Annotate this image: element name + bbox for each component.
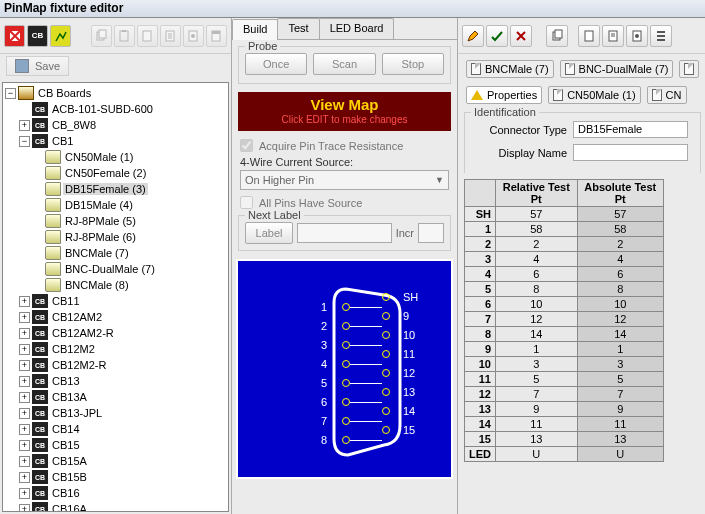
pin-right[interactable]: 9	[382, 312, 390, 320]
table-row[interactable]: 222	[465, 237, 664, 252]
tree-toggle[interactable]: +	[19, 360, 30, 371]
pin-abs-cell[interactable]: U	[577, 447, 663, 462]
pin-abs-cell[interactable]: 11	[577, 417, 663, 432]
tree-toggle[interactable]: +	[19, 488, 30, 499]
tab-bncmale7[interactable]: BNCMale (7)	[466, 60, 554, 78]
tree-connector-label[interactable]: BNCMale (8)	[63, 279, 131, 291]
tree-board-row[interactable]: +CB_8W8	[3, 117, 228, 133]
tab-more1[interactable]	[679, 60, 699, 78]
pin-rel-cell[interactable]: 5	[496, 372, 578, 387]
pin-rel-cell[interactable]: 10	[496, 297, 578, 312]
tree-toggle[interactable]: +	[19, 120, 30, 131]
table-row[interactable]: 151313	[465, 432, 664, 447]
pin-right[interactable]: 10	[382, 331, 390, 339]
pin-th-rel[interactable]: Relative Test Pt	[496, 180, 578, 207]
tree-board-row[interactable]: +CB16A	[3, 501, 228, 512]
doc-c-icon[interactable]	[626, 25, 648, 47]
pin-left[interactable]: 2	[342, 322, 350, 330]
doc-d-icon[interactable]	[650, 25, 672, 47]
tree-board-row[interactable]: +CB15B	[3, 469, 228, 485]
pin-abs-cell[interactable]: 14	[577, 327, 663, 342]
pin-table[interactable]: Relative Test Pt Absolute Test Pt SH5757…	[464, 179, 664, 462]
tree-connector-row[interactable]: BNCMale (7)	[3, 245, 228, 261]
pin-abs-cell[interactable]: 7	[577, 387, 663, 402]
pin-abs-cell[interactable]: 8	[577, 282, 663, 297]
table-row[interactable]: 1399	[465, 402, 664, 417]
tab-properties[interactable]: Properties	[466, 86, 542, 104]
pin-rel-cell[interactable]: 4	[496, 252, 578, 267]
tree-board-label[interactable]: CB1	[50, 135, 75, 147]
pin-left[interactable]: 4	[342, 360, 350, 368]
view-map-button[interactable]: View Map Click EDIT to make changes	[238, 92, 451, 131]
tree-connector-row[interactable]: CN50Female (2)	[3, 165, 228, 181]
board-tree[interactable]: − CB Boards ACB-101-SUBD-600+CB_8W8−CB1C…	[2, 82, 229, 512]
pin-rel-cell[interactable]: 3	[496, 357, 578, 372]
pin-abs-cell[interactable]: 6	[577, 267, 663, 282]
pin-right[interactable]: 15	[382, 426, 390, 434]
pin-left[interactable]: 5	[342, 379, 350, 387]
accept-icon[interactable]	[486, 25, 508, 47]
table-row[interactable]: 911	[465, 342, 664, 357]
table-row[interactable]: 1033	[465, 357, 664, 372]
tree-board-label[interactable]: CB12AM2-R	[50, 327, 116, 339]
tree-board-row[interactable]: +CB12M2	[3, 341, 228, 357]
tree-toggle[interactable]: +	[19, 376, 30, 387]
pin-rel-cell[interactable]: 57	[496, 207, 578, 222]
table-row[interactable]: SH5757	[465, 207, 664, 222]
pin-rel-cell[interactable]: 11	[496, 417, 578, 432]
fourwire-combo[interactable]: On Higher Pin ▼	[240, 170, 449, 190]
tree-board-row[interactable]: +CB13	[3, 373, 228, 389]
tree-connector-row[interactable]: DB15Female (3)	[3, 181, 228, 197]
pin-abs-cell[interactable]: 10	[577, 297, 663, 312]
tree-connector-label[interactable]: BNCMale (7)	[63, 247, 131, 259]
pin-left[interactable]: 6	[342, 398, 350, 406]
tree-board-label[interactable]: CB14	[50, 423, 82, 435]
tab-build[interactable]: Build	[232, 19, 278, 40]
tree-connector-label[interactable]: DB15Female (3)	[63, 183, 148, 195]
tool-cb-icon[interactable]: CB	[27, 25, 48, 47]
tree-board-label[interactable]: CB12M2	[50, 343, 97, 355]
tree-board-label[interactable]: CB15	[50, 439, 82, 451]
tree-board-row[interactable]: −CB1	[3, 133, 228, 149]
tree-connector-label[interactable]: DB15Male (4)	[63, 199, 135, 211]
table-row[interactable]: 466	[465, 267, 664, 282]
tree-toggle[interactable]: +	[19, 456, 30, 467]
pin-left[interactable]: 7	[342, 417, 350, 425]
tree-toggle[interactable]: +	[19, 328, 30, 339]
table-row[interactable]: 81414	[465, 327, 664, 342]
tree-board-label[interactable]: CB16	[50, 487, 82, 499]
tree-board-row[interactable]: +CB15A	[3, 453, 228, 469]
tab-bncdualmale7[interactable]: BNC-DualMale (7)	[560, 60, 674, 78]
tree-board-row[interactable]: +CB11	[3, 293, 228, 309]
tree-board-label[interactable]: CB11	[50, 295, 82, 307]
pin-left[interactable]: 8	[342, 436, 350, 444]
tree-toggle[interactable]: +	[19, 344, 30, 355]
tree-toggle[interactable]: +	[19, 408, 30, 419]
tree-connector-label[interactable]: CN50Male (1)	[63, 151, 135, 163]
pin-right[interactable]: 11	[382, 350, 390, 358]
tree-connector-label[interactable]: BNC-DualMale (7)	[63, 263, 157, 275]
tree-toggle[interactable]: +	[19, 296, 30, 307]
pin-abs-cell[interactable]: 13	[577, 432, 663, 447]
tree-board-row[interactable]: ACB-101-SUBD-600	[3, 101, 228, 117]
pin-rel-cell[interactable]: 13	[496, 432, 578, 447]
tree-board-row[interactable]: +CB15	[3, 437, 228, 453]
pin-abs-cell[interactable]: 5	[577, 372, 663, 387]
tree-toggle[interactable]: −	[19, 136, 30, 147]
save-button[interactable]: Save	[6, 56, 69, 76]
tree-toggle[interactable]: +	[19, 424, 30, 435]
table-row[interactable]: 588	[465, 282, 664, 297]
table-row[interactable]: 61010	[465, 297, 664, 312]
incr-input[interactable]	[418, 223, 444, 243]
tree-toggle[interactable]: +	[19, 504, 30, 513]
pin-rel-cell[interactable]: 7	[496, 387, 578, 402]
pin-rel-cell[interactable]: 58	[496, 222, 578, 237]
pin-right[interactable]: 14	[382, 407, 390, 415]
tree-board-row[interactable]: +CB12AM2-R	[3, 325, 228, 341]
pin-left[interactable]: 3	[342, 341, 350, 349]
pin-right[interactable]: 12	[382, 369, 390, 377]
tree-board-label[interactable]: CB16A	[50, 503, 89, 512]
tree-board-row[interactable]: +CB13A	[3, 389, 228, 405]
tree-board-label[interactable]: CB12AM2	[50, 311, 104, 323]
pin-rel-cell[interactable]: U	[496, 447, 578, 462]
